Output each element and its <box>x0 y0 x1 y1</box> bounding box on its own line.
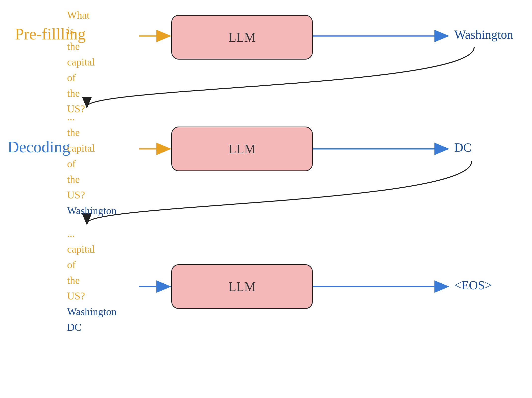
decoding2-input-line1: ... <box>67 226 117 241</box>
decoding2-input: ... capital of the US? Washington DC <box>67 226 117 335</box>
decoding1-input-line2: the <box>67 125 117 140</box>
prefilling-input-line6: the <box>67 86 95 101</box>
prefilling-input-line5: of <box>67 70 95 86</box>
decoding2-input-line6: Washington <box>67 304 117 320</box>
decoding2-input-line5: US? <box>67 288 117 304</box>
decoding1-output: DC <box>454 140 471 155</box>
decoding1-input-line1: ... <box>67 109 117 125</box>
prefilling-input-line3: the <box>67 39 95 54</box>
prefilling-output: Washington <box>454 27 513 42</box>
decoding1-input-line3: capital <box>67 140 117 156</box>
decoding1-input-line4: of <box>67 156 117 172</box>
decoding2-input-line4: the <box>67 273 117 288</box>
llm-box-3: LLM <box>171 264 313 309</box>
decoding2-output: <EOS> <box>454 278 492 292</box>
prefilling-input-line1: What <box>67 7 95 23</box>
llm-label-1: LLM <box>228 30 256 45</box>
decoding2-input-line7: DC <box>67 320 117 335</box>
llm-box-1: LLM <box>171 15 313 60</box>
decoding1-input: ... the capital of the US? Washington <box>67 109 117 219</box>
decoding1-input-line5: the <box>67 172 117 187</box>
llm-box-2: LLM <box>171 127 313 171</box>
decoding2-input-line3: of <box>67 257 117 273</box>
prefilling-input: What is the capital of the US? <box>67 7 95 117</box>
prefilling-input-line2: is <box>67 23 95 39</box>
decoding-label: Decoding <box>7 138 70 156</box>
decoding1-input-line6: US? <box>67 187 117 203</box>
prefilling-input-line4: capital <box>67 54 95 70</box>
decoding2-input-line2: capital <box>67 241 117 257</box>
llm-label-2: LLM <box>228 142 256 156</box>
decoding1-input-line7: Washington <box>67 203 117 219</box>
llm-label-3: LLM <box>228 279 256 294</box>
